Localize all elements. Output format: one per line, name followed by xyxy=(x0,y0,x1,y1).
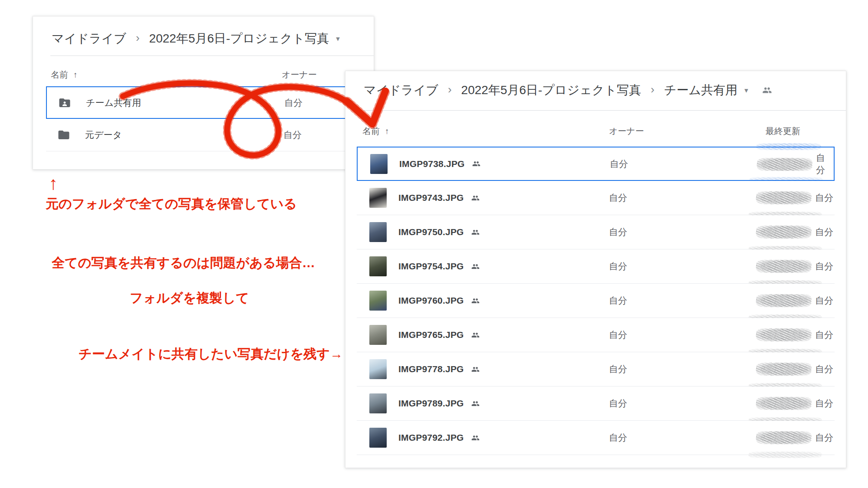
redacted-last-modified xyxy=(756,191,812,204)
shared-people-icon xyxy=(470,262,481,271)
breadcrumb-my-drive[interactable]: マイドライブ xyxy=(364,82,438,98)
folder-owner: 自分 xyxy=(284,97,302,109)
file-row[interactable]: IMGP9765.JPG自分自分 xyxy=(357,318,835,352)
column-header-owner[interactable]: オーナー xyxy=(609,125,644,137)
last-modified-by: 自分 xyxy=(815,432,833,444)
folder-row[interactable]: チーム共有用自分 xyxy=(46,86,362,119)
redacted-last-modified xyxy=(756,294,812,307)
column-header-name-label: 名前 xyxy=(51,70,68,79)
last-modified-by: 自分 xyxy=(815,226,833,238)
file-row[interactable]: IMGP9760.JPG自分自分 xyxy=(357,284,835,318)
shared-folder-icon xyxy=(57,96,72,109)
file-name: IMGP9754.JPG xyxy=(398,261,464,272)
shared-people-icon xyxy=(470,365,481,373)
breadcrumb-parent-folder[interactable]: 2022年5月6日-プロジェクト写真 xyxy=(461,82,641,98)
redacted-last-modified xyxy=(756,397,812,410)
drive-window-source: マイドライブ › 2022年5月6日-プロジェクト写真 ▾ 名前↑ オーナー チ… xyxy=(33,16,374,170)
file-thumbnail xyxy=(369,428,387,448)
folder-owner: 自分 xyxy=(283,129,302,141)
file-row[interactable]: IMGP9792.JPG自分自分 xyxy=(357,421,835,455)
file-name: IMGP9750.JPG xyxy=(398,227,464,237)
redacted-last-modified xyxy=(756,431,812,444)
screenshot-canvas: マイドライブ › 2022年5月6日-プロジェクト写真 ▾ 名前↑ オーナー チ… xyxy=(0,0,868,488)
redacted-last-modified xyxy=(756,363,812,376)
annotation-duplicate-folder: フォルダを複製して xyxy=(130,289,249,307)
breadcrumb: マイドライブ › 2022年5月6日-プロジェクト写真 ▾ xyxy=(52,23,340,55)
folder-menu-caret-icon[interactable]: ▾ xyxy=(336,34,340,43)
folder-menu-caret-icon[interactable]: ▾ xyxy=(744,86,748,95)
breadcrumb-chevron-icon: › xyxy=(651,83,654,96)
divider xyxy=(50,56,374,56)
redaction-scribble xyxy=(748,452,822,458)
shared-people-icon xyxy=(471,160,482,168)
file-name: IMGP9738.JPG xyxy=(399,159,465,169)
file-owner: 自分 xyxy=(610,158,628,170)
redacted-last-modified xyxy=(756,328,812,341)
file-owner: 自分 xyxy=(609,432,627,444)
file-owner: 自分 xyxy=(609,295,627,307)
last-modified-by: 自分 xyxy=(815,192,833,204)
file-owner: 自分 xyxy=(609,363,627,375)
file-owner: 自分 xyxy=(609,226,627,238)
folder-icon xyxy=(56,128,71,141)
breadcrumb-chevron-icon: › xyxy=(136,31,140,45)
file-owner: 自分 xyxy=(609,192,627,204)
column-header-name[interactable]: 名前↑ xyxy=(51,69,78,81)
column-header-name-label: 名前 xyxy=(362,126,380,136)
folder-name: 元データ xyxy=(85,129,122,141)
people-icon xyxy=(761,85,773,95)
sort-ascending-icon: ↑ xyxy=(385,127,389,136)
shared-people-icon xyxy=(470,228,481,236)
divider xyxy=(364,110,846,111)
annotation-keep-only-shared: チームメイトに共有したい写真だけを残す→ xyxy=(79,345,343,363)
redacted-last-modified xyxy=(756,260,812,273)
shared-people-icon xyxy=(470,434,481,442)
file-row[interactable]: IMGP9750.JPG自分自分 xyxy=(357,215,835,249)
sort-ascending-icon: ↑ xyxy=(73,70,78,79)
file-row[interactable]: IMGP9789.JPG自分自分 xyxy=(357,386,835,421)
folder-name: チーム共有用 xyxy=(86,97,141,109)
folder-row[interactable]: 元データ自分 xyxy=(46,119,362,151)
file-thumbnail xyxy=(369,291,387,311)
breadcrumb: マイドライブ › 2022年5月6日-プロジェクト写真 › チーム共有用 ▾ xyxy=(364,75,773,106)
column-header-name[interactable]: 名前↑ xyxy=(362,125,389,137)
shared-people-icon xyxy=(470,400,481,408)
column-header-last-modified[interactable]: 最終更新 xyxy=(766,125,800,137)
shared-people-icon xyxy=(470,194,481,202)
drive-window-team-share: マイドライブ › 2022年5月6日-プロジェクト写真 › チーム共有用 ▾ 名… xyxy=(345,71,846,468)
breadcrumb-current-folder[interactable]: チーム共有用 xyxy=(664,82,737,98)
file-thumbnail xyxy=(369,359,387,379)
file-row[interactable]: IMGP9754.JPG自分自分 xyxy=(357,249,835,284)
last-modified-by: 自分 xyxy=(815,363,833,375)
redacted-last-modified xyxy=(756,226,812,239)
file-thumbnail xyxy=(369,393,387,413)
file-name: IMGP9778.JPG xyxy=(398,364,464,374)
file-name: IMGP9743.JPG xyxy=(398,193,464,203)
file-list: IMGP9738.JPG自分自分IMGP9743.JPG自分自分IMGP9750… xyxy=(357,147,835,455)
red-up-arrow-annotation: ↑ xyxy=(49,173,58,194)
shared-people-icon xyxy=(470,331,481,339)
breadcrumb-current-folder[interactable]: 2022年5月6日-プロジェクト写真 xyxy=(149,30,329,47)
breadcrumb-chevron-icon: › xyxy=(448,83,452,96)
last-modified-by: 自分 xyxy=(815,260,833,272)
file-name: IMGP9765.JPG xyxy=(398,330,464,340)
last-modified-by: 自分 xyxy=(816,152,834,176)
file-thumbnail xyxy=(369,222,387,242)
file-name: IMGP9789.JPG xyxy=(398,398,464,409)
folder-list: チーム共有用自分元データ自分 xyxy=(46,86,362,151)
last-modified-by: 自分 xyxy=(815,295,833,307)
file-row[interactable]: IMGP9743.JPG自分自分 xyxy=(357,181,835,215)
file-row[interactable]: IMGP9738.JPG自分自分 xyxy=(357,147,835,181)
file-owner: 自分 xyxy=(609,260,627,272)
redacted-last-modified xyxy=(757,158,812,171)
column-header-owner[interactable]: オーナー xyxy=(282,69,317,81)
file-owner: 自分 xyxy=(609,397,627,409)
annotation-sharing-problem: 全ての写真を共有するのは問題がある場合… xyxy=(52,254,315,272)
redaction-scribble xyxy=(756,143,821,150)
breadcrumb-my-drive[interactable]: マイドライブ xyxy=(52,30,126,47)
file-row[interactable]: IMGP9778.JPG自分自分 xyxy=(357,352,835,386)
file-thumbnail xyxy=(369,256,387,276)
last-modified-by: 自分 xyxy=(815,397,833,409)
shared-people-icon xyxy=(470,297,481,305)
file-name: IMGP9760.JPG xyxy=(398,295,464,306)
